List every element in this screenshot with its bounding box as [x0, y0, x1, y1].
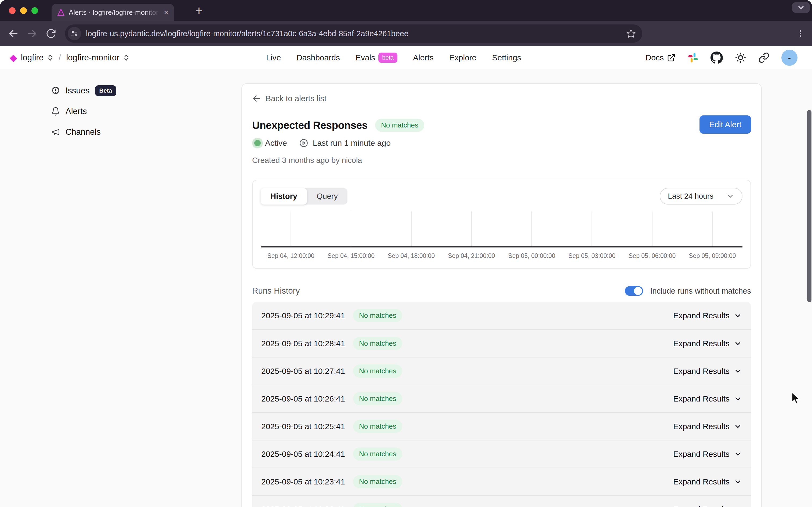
- run-timestamp: 2025-09-05 at 10:26:41: [261, 394, 345, 403]
- edit-alert-button[interactable]: Edit Alert: [700, 115, 751, 134]
- nav-item-label: Settings: [492, 53, 521, 62]
- arrow-left-icon: [252, 94, 261, 103]
- alert-status-badge: No matches: [375, 119, 424, 132]
- nav-item-dashboards[interactable]: Dashboards: [296, 53, 340, 62]
- tab-overflow-button[interactable]: [792, 2, 810, 13]
- tab-title: Alerts · logfire/logfire-monitor: [69, 8, 160, 17]
- browser-toolbar: logfire-us.pydantic.dev/logfire/logfire-…: [0, 21, 812, 46]
- time-range-dropdown[interactable]: Last 24 hours: [660, 188, 743, 205]
- sidebar: Issues Beta Alerts Channels: [51, 86, 116, 137]
- docs-label: Docs: [646, 53, 664, 62]
- chart-gridline: [592, 212, 592, 246]
- expand-results-button[interactable]: Expand Results: [673, 311, 742, 320]
- expand-results-button[interactable]: Expand Results: [673, 450, 742, 459]
- docs-link[interactable]: Docs: [646, 53, 675, 62]
- alert-detail-card: Back to alerts list Unexpected Responses…: [241, 83, 762, 507]
- theme-toggle-sun-icon[interactable]: [735, 52, 747, 64]
- run-no-matches-badge: No matches: [353, 475, 402, 488]
- nav-item-label: Explore: [449, 53, 477, 62]
- sidebar-item-label: Alerts: [65, 107, 87, 116]
- chevron-down-icon: [734, 395, 742, 403]
- include-runs-toggle[interactable]: [625, 286, 643, 296]
- chevron-down-icon: [734, 367, 742, 375]
- chart-tick-label: Sep 04, 21:00:00: [448, 252, 495, 260]
- chart-gridline: [652, 212, 652, 246]
- run-timestamp: 2025-09-05 at 10:24:41: [261, 450, 345, 459]
- expand-results-button[interactable]: Expand Results: [673, 394, 742, 403]
- logfire-favicon: [57, 8, 65, 16]
- expand-results-button[interactable]: Expand Results: [673, 367, 742, 376]
- expand-results-button[interactable]: Expand Results: [673, 339, 742, 348]
- sidebar-item-issues[interactable]: Issues Beta: [51, 86, 116, 96]
- toggle-knob: [634, 287, 642, 295]
- active-status: Active: [252, 138, 287, 148]
- run-row: 2025-09-05 at 10:29:41 No matches Expand…: [252, 302, 751, 329]
- chart-gridline: [712, 212, 713, 246]
- site-settings-icon[interactable]: [68, 27, 81, 40]
- project-selector[interactable]: logfire-monitor: [66, 53, 119, 62]
- reload-button[interactable]: [44, 26, 59, 41]
- created-by-text: Created 3 months ago by nicola: [252, 156, 751, 165]
- tab-close-icon[interactable]: ×: [164, 8, 169, 17]
- new-tab-button[interactable]: +: [191, 3, 207, 18]
- chevron-down-icon: [734, 450, 742, 458]
- runs-history-heading: Runs History: [252, 286, 300, 296]
- forward-button[interactable]: [25, 26, 40, 41]
- sidebar-item-label: Issues: [65, 86, 90, 96]
- chevron-down-icon: [734, 478, 742, 486]
- run-row: 2025-09-05 at 10:22:41 No matches Expand…: [252, 495, 751, 507]
- expand-results-button[interactable]: Expand Results: [673, 505, 742, 507]
- expand-results-label: Expand Results: [673, 339, 729, 348]
- nav-beta-badge: beta: [378, 53, 397, 63]
- traffic-zoom-button[interactable]: [32, 7, 38, 14]
- back-to-alerts-link[interactable]: Back to alerts list: [252, 94, 751, 103]
- expand-results-label: Expand Results: [673, 505, 729, 507]
- user-avatar[interactable]: -: [781, 50, 798, 66]
- nav-item-live[interactable]: Live: [266, 53, 281, 62]
- expand-results-label: Expand Results: [673, 477, 729, 486]
- tab-query[interactable]: Query: [307, 188, 347, 205]
- browser-tab-strip: Alerts · logfire/logfire-monitor × +: [0, 0, 812, 21]
- back-button[interactable]: [6, 26, 21, 41]
- page-scrollbar-thumb[interactable]: [807, 110, 811, 302]
- browser-menu-icon[interactable]: [796, 29, 805, 38]
- sidebar-item-channels[interactable]: Channels: [51, 127, 116, 137]
- expand-results-button[interactable]: Expand Results: [673, 422, 742, 431]
- org-project-separator: /: [59, 53, 61, 62]
- project-selector-chevrons-icon[interactable]: [123, 54, 129, 62]
- last-run-status: Last run 1 minute ago: [299, 138, 391, 148]
- chevron-down-icon: [726, 192, 735, 200]
- run-no-matches-badge: No matches: [353, 309, 402, 322]
- nav-item-explore[interactable]: Explore: [449, 53, 477, 62]
- url-text[interactable]: logfire-us.pydantic.dev/logfire/logfire-…: [86, 29, 621, 38]
- chart-gridline: [290, 212, 291, 246]
- share-link-icon[interactable]: [758, 52, 770, 63]
- chart-tick-label: Sep 04, 12:00:00: [267, 252, 314, 260]
- nav-item-settings[interactable]: Settings: [492, 53, 521, 62]
- expand-results-button[interactable]: Expand Results: [673, 477, 742, 486]
- url-bar[interactable]: logfire-us.pydantic.dev/logfire/logfire-…: [65, 24, 642, 43]
- nav-item-alerts[interactable]: Alerts: [413, 53, 434, 62]
- org-selector-chevrons-icon[interactable]: [47, 54, 53, 62]
- back-link-label: Back to alerts list: [266, 94, 327, 103]
- app-header: ◆ logfire / logfire-monitor Live Dashboa…: [0, 46, 812, 69]
- slack-icon[interactable]: [688, 52, 699, 63]
- chart-tick-label: Sep 05, 00:00:00: [508, 252, 555, 260]
- run-timestamp: 2025-09-05 at 10:27:41: [261, 367, 345, 376]
- org-selector[interactable]: logfire: [21, 53, 44, 62]
- tab-history[interactable]: History: [261, 188, 307, 205]
- history-query-tabs: History Query: [261, 188, 347, 205]
- main-nav: Live Dashboards Evals beta Alerts Explor…: [266, 46, 521, 69]
- github-icon[interactable]: [710, 52, 723, 64]
- external-link-icon: [667, 53, 675, 62]
- sidebar-item-alerts[interactable]: Alerts: [51, 106, 116, 117]
- nav-item-label: Evals: [356, 53, 375, 62]
- time-range-value: Last 24 hours: [668, 192, 713, 201]
- chevron-down-icon: [734, 340, 742, 348]
- run-row: 2025-09-05 at 10:23:41 No matches Expand…: [252, 467, 751, 495]
- nav-item-evals[interactable]: Evals beta: [356, 53, 397, 63]
- traffic-close-button[interactable]: [9, 7, 15, 14]
- browser-tab[interactable]: Alerts · logfire/logfire-monitor ×: [52, 4, 174, 21]
- traffic-minimize-button[interactable]: [20, 7, 27, 14]
- bookmark-star-icon[interactable]: [626, 29, 636, 38]
